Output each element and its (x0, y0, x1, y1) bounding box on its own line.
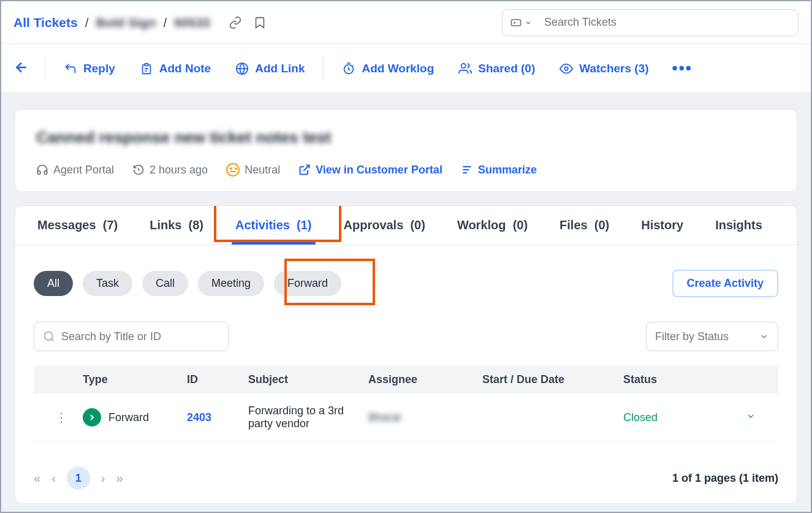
activity-search[interactable] (34, 322, 229, 351)
ticket-icon (510, 17, 538, 29)
shared-button[interactable]: Shared (0) (452, 58, 541, 79)
link-icon[interactable] (229, 16, 242, 29)
search-icon (43, 330, 55, 343)
forward-icon (83, 408, 101, 427)
row-expand[interactable] (746, 411, 770, 424)
activity-id[interactable]: 2403 (187, 411, 248, 424)
neutral-face-icon (226, 163, 240, 177)
svg-rect-2 (145, 63, 148, 66)
svg-line-13 (51, 339, 53, 341)
tab-approvals[interactable]: Approvals (0) (340, 206, 429, 245)
col-assignee: Assignee (368, 373, 482, 386)
page-first[interactable]: « (34, 471, 40, 485)
page-summary: 1 of 1 pages (1 item) (672, 472, 778, 485)
ticket-summary-card: Canned response new ticket notes test Ag… (15, 109, 797, 192)
add-worklog-button[interactable]: Add Worklog (336, 58, 440, 79)
chevron-down-icon (759, 332, 769, 341)
toolbar: Reply Add Note Add Link Add Worklog Shar… (1, 44, 811, 93)
page-last[interactable]: » (116, 471, 123, 485)
tabs-card: Messages (7)Links (8)Activities (1)Appro… (15, 205, 797, 504)
activity-subject: Forwarding to a 3rd party vendor (248, 405, 368, 430)
tab-messages[interactable]: Messages (7) (34, 206, 121, 245)
create-activity-button[interactable]: Create Activity (672, 270, 778, 297)
col-id: ID (187, 373, 248, 386)
back-button[interactable] (13, 59, 29, 78)
svg-point-7 (565, 67, 569, 70)
tab-insights[interactable]: Insights (711, 206, 766, 245)
svg-line-8 (304, 165, 309, 171)
chip-task[interactable]: Task (83, 271, 132, 296)
page-next[interactable]: › (101, 471, 105, 485)
activity-assignee: Bharat (368, 411, 482, 424)
sentiment-indicator: Neutral (226, 163, 280, 177)
chip-call[interactable]: Call (142, 271, 188, 296)
col-subject: Subject (248, 373, 368, 386)
col-status: Status (623, 373, 746, 386)
reply-button[interactable]: Reply (58, 58, 121, 79)
table-row[interactable]: ⋮ Forward 2403 Forwarding to a 3rd party… (34, 393, 778, 442)
svg-point-12 (45, 332, 53, 340)
svg-point-6 (461, 63, 466, 67)
source-indicator: Agent Portal (36, 164, 114, 177)
tab-history[interactable]: History (637, 206, 687, 245)
topbar: All Tickets / Bold Sign / 60533 (1, 1, 811, 44)
more-actions-button[interactable]: ••• (667, 59, 697, 78)
add-link-button[interactable]: Add Link (229, 58, 311, 79)
tab-activities[interactable]: Activities (1) (232, 206, 316, 245)
global-search[interactable] (502, 9, 799, 36)
page-prev[interactable]: ‹ (51, 471, 56, 485)
row-menu-icon[interactable]: ⋮ (40, 410, 83, 425)
page-current[interactable]: 1 (67, 466, 90, 490)
watchers-button[interactable]: Watchers (3) (553, 58, 655, 79)
breadcrumb-project[interactable]: Bold Sign (96, 15, 156, 30)
bookmark-icon[interactable] (253, 16, 267, 29)
pagination: « ‹ 1 › » (34, 466, 123, 490)
chevron-down-icon[interactable] (525, 19, 532, 26)
col-type: Type (83, 373, 187, 386)
tabs-row: Messages (7)Links (8)Activities (1)Appro… (15, 206, 797, 245)
breadcrumb: All Tickets / Bold Sign / 60533 (13, 15, 267, 30)
col-date: Start / Due Date (482, 373, 623, 386)
summarize-button[interactable]: Summarize (461, 164, 537, 177)
add-note-button[interactable]: Add Note (134, 58, 217, 79)
tab-links[interactable]: Links (8) (146, 206, 207, 245)
tab-worklog[interactable]: Worklog (0) (453, 206, 531, 245)
view-in-customer-portal[interactable]: View in Customer Portal (298, 164, 442, 177)
ticket-title: Canned response new ticket notes test (36, 128, 776, 147)
activity-search-input[interactable] (61, 330, 219, 343)
chip-meeting[interactable]: Meeting (198, 271, 264, 296)
filter-by-status[interactable]: Filter by Status (646, 322, 778, 351)
tab-files[interactable]: Files (0) (556, 206, 613, 245)
search-tickets-input[interactable] (544, 16, 791, 29)
activities-table: Type ID Subject Assignee Start / Due Dat… (34, 366, 778, 442)
breadcrumb-root[interactable]: All Tickets (13, 15, 78, 30)
activity-status: Closed (623, 411, 746, 424)
chip-all[interactable]: All (34, 271, 73, 296)
svg-rect-0 (512, 20, 521, 26)
time-indicator: 2 hours ago (132, 164, 208, 177)
breadcrumb-ticket-number[interactable]: 60533 (174, 15, 210, 30)
chip-forward[interactable]: Forward (274, 271, 341, 296)
